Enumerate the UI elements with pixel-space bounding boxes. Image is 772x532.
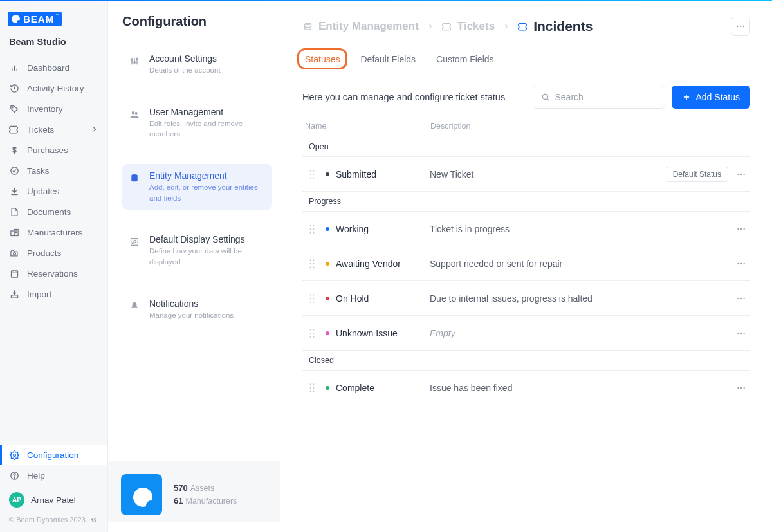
sidebar-item-tickets[interactable]: Tickets: [0, 119, 107, 140]
svg-point-41: [310, 177, 311, 178]
status-row[interactable]: Working Ticket is in progress: [302, 212, 750, 246]
svg-point-48: [310, 228, 311, 229]
sidebar-item-inventory[interactable]: Inventory: [0, 98, 107, 119]
config-item-entity-management[interactable]: Entity Management Add, edit, or remove y…: [122, 164, 272, 210]
sidebar-item-import[interactable]: Import: [0, 284, 107, 304]
group-closed: Closed: [302, 351, 750, 371]
add-status-button[interactable]: Add Status: [672, 86, 751, 109]
row-more-button[interactable]: [733, 224, 749, 234]
sidebar-item-label: Reservations: [27, 269, 78, 279]
svg-point-65: [313, 294, 314, 295]
row-more-button[interactable]: [733, 293, 749, 304]
svg-point-54: [744, 228, 745, 229]
row-more-button[interactable]: [733, 259, 749, 269]
svg-point-25: [132, 111, 135, 115]
svg-point-18: [14, 477, 15, 478]
svg-point-31: [740, 26, 741, 27]
sidebar-item-manufacturers[interactable]: Manufacturers: [0, 222, 107, 243]
sidebar-item-activity-history[interactable]: Activity History: [0, 78, 107, 98]
config-footer: 570Assets 61Manufacturers: [108, 461, 280, 522]
tab-statuses[interactable]: Statuses: [302, 49, 342, 71]
breadcrumb-entity-management[interactable]: Entity Management: [302, 20, 419, 33]
status-color-dot: [326, 297, 329, 300]
svg-point-46: [310, 225, 311, 226]
check-circle-icon: [9, 165, 19, 176]
drag-handle-icon[interactable]: [309, 383, 317, 393]
svg-point-33: [542, 94, 547, 99]
user-row[interactable]: AP Arnav Patel: [0, 486, 107, 514]
tab-custom-fields[interactable]: Custom Fields: [434, 49, 496, 71]
status-name: Complete: [336, 383, 430, 393]
row-more-button[interactable]: [733, 169, 749, 179]
sidebar-item-label: Tasks: [27, 166, 50, 176]
config-item-user-management[interactable]: User Management Edit roles, invite and r…: [122, 100, 272, 146]
svg-point-68: [310, 301, 311, 302]
ticket-icon: [9, 124, 19, 134]
svg-point-76: [313, 332, 314, 333]
svg-point-89: [740, 387, 742, 389]
drag-handle-icon[interactable]: [309, 259, 317, 269]
svg-point-58: [313, 262, 314, 264]
drag-handle-icon[interactable]: [309, 224, 317, 234]
sidebar-item-documents[interactable]: Documents: [0, 201, 107, 222]
drag-handle-icon[interactable]: [309, 293, 317, 304]
sidebar-item-configuration[interactable]: Configuration: [0, 445, 107, 465]
drag-handle-icon[interactable]: [309, 328, 317, 338]
drag-handle-icon[interactable]: [309, 169, 317, 179]
search-input[interactable]: [555, 92, 657, 102]
avatar: AP: [9, 492, 24, 508]
status-row[interactable]: Complete Issue has been fixed: [302, 371, 750, 405]
status-row[interactable]: Awaiting Vendor Support needed or sent f…: [302, 246, 750, 281]
search-icon: [541, 93, 550, 102]
table-header: Name Description: [302, 119, 750, 137]
sidebar-item-purchases[interactable]: Purchases: [0, 140, 107, 160]
tm-mark: ™: [55, 13, 60, 17]
config-item-account-settings[interactable]: Account Settings Details of the account: [122, 47, 272, 82]
svg-point-81: [744, 332, 745, 333]
tab-default-fields[interactable]: Default Fields: [358, 49, 418, 71]
page-more-button[interactable]: [731, 17, 750, 36]
breadcrumb: Entity ManagementTicketsIncidents: [302, 19, 593, 34]
svg-point-51: [313, 232, 314, 233]
breadcrumb-tickets[interactable]: Tickets: [442, 20, 495, 33]
download-icon: [9, 186, 19, 196]
bell-icon: [129, 300, 140, 312]
status-name: Awaiting Vendor: [336, 259, 430, 269]
database-icon: [129, 172, 140, 184]
svg-point-43: [737, 173, 739, 174]
sidebar-item-updates[interactable]: Updates: [0, 181, 107, 201]
row-more-button[interactable]: [733, 328, 749, 338]
config-item-desc: Define how your data will be displayed: [149, 246, 266, 267]
sidebar-item-dashboard[interactable]: Dashboard: [0, 57, 107, 78]
dollar-icon: [9, 145, 19, 155]
primary-sidebar: BEAM ™ Beam Studio Dashboard Activity Hi…: [0, 1, 108, 532]
config-title: Configuration: [122, 14, 272, 29]
sidebar-item-products[interactable]: Products: [0, 243, 107, 263]
search-box[interactable]: [533, 86, 665, 109]
sidebar-item-help[interactable]: Help: [0, 465, 107, 486]
nav-main: Dashboard Activity History Inventory Tic…: [0, 57, 107, 445]
svg-rect-10: [11, 271, 17, 277]
status-row[interactable]: Unknown Issue Empty: [302, 316, 750, 351]
logo[interactable]: BEAM ™: [8, 12, 62, 26]
add-status-label: Add Status: [696, 92, 740, 102]
svg-point-60: [313, 266, 314, 268]
collapse-sidebar-button[interactable]: [89, 515, 98, 524]
config-item-default-display-settings[interactable]: Default Display Settings Define how your…: [122, 228, 272, 273]
svg-point-84: [310, 387, 311, 389]
sidebar-item-reservations[interactable]: Reservations: [0, 263, 107, 284]
sidebar-item-tasks[interactable]: Tasks: [0, 160, 107, 181]
svg-point-38: [313, 170, 314, 171]
status-color-dot: [326, 172, 329, 176]
status-row[interactable]: Submitted New Ticket Default Status: [302, 157, 750, 192]
status-name: On Hold: [336, 293, 430, 304]
sidebar-item-label: Configuration: [27, 450, 78, 460]
config-item-notifications[interactable]: Notifications Manage your notifications: [122, 292, 272, 327]
svg-point-71: [740, 297, 742, 298]
user-name: Arnav Patel: [31, 495, 76, 505]
sidebar-item-label: Dashboard: [27, 63, 69, 73]
row-more-button[interactable]: [733, 383, 749, 393]
svg-point-42: [313, 177, 314, 178]
status-row[interactable]: On Hold Due to internal issues, progress…: [302, 281, 750, 316]
svg-point-57: [310, 262, 311, 264]
